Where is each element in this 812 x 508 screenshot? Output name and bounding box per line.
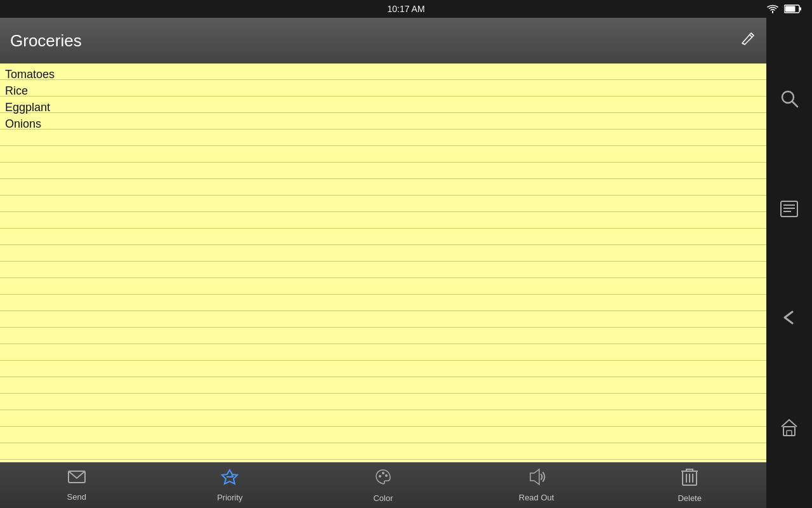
wifi-icon xyxy=(766,4,779,13)
battery-icon xyxy=(784,4,802,13)
send-icon xyxy=(67,469,86,490)
notepad[interactable]: // Generate lines const linesContainer =… xyxy=(0,64,766,462)
delete-button[interactable]: Delete xyxy=(664,467,715,503)
color-label: Color xyxy=(373,493,393,503)
svg-rect-23 xyxy=(783,427,795,436)
notepad-content: TomatoesRiceEggplantOnions xyxy=(0,64,766,132)
status-bar: 10:17 AM xyxy=(0,0,812,18)
send-label: Send xyxy=(67,492,86,502)
svg-point-9 xyxy=(382,472,384,474)
note-header: Groceries xyxy=(0,18,766,64)
search-button[interactable] xyxy=(780,89,799,108)
color-icon xyxy=(374,467,393,491)
status-time: 10:17 AM xyxy=(387,4,424,14)
edit-icon[interactable] xyxy=(740,30,756,51)
priority-label: Priority xyxy=(217,493,242,502)
delete-label: Delete xyxy=(678,493,702,503)
send-button[interactable]: Send xyxy=(51,469,102,502)
list-item: Tomatoes xyxy=(5,66,761,83)
note-title: Groceries xyxy=(10,31,82,51)
svg-rect-1 xyxy=(799,8,801,11)
right-sidebar xyxy=(766,18,812,508)
delete-icon xyxy=(681,467,698,491)
svg-line-3 xyxy=(749,34,752,37)
priority-button[interactable]: Priority xyxy=(204,468,255,502)
status-icons xyxy=(766,4,802,13)
svg-rect-24 xyxy=(787,431,792,436)
bottom-toolbar: Send Priority xyxy=(0,462,766,508)
svg-point-8 xyxy=(379,475,381,478)
notes-button[interactable] xyxy=(780,200,799,218)
read-out-icon xyxy=(527,468,547,490)
color-button[interactable]: Color xyxy=(358,467,409,503)
read-out-button[interactable]: Read Out xyxy=(511,468,562,502)
main-container: Groceries // Generate lines const linesC… xyxy=(0,18,812,508)
svg-marker-11 xyxy=(530,469,539,485)
list-item: Eggplant xyxy=(5,99,761,116)
svg-line-18 xyxy=(792,102,797,107)
note-area: Groceries // Generate lines const linesC… xyxy=(0,18,766,508)
priority-icon xyxy=(221,468,239,490)
svg-point-10 xyxy=(385,474,388,477)
svg-rect-2 xyxy=(785,6,796,12)
list-item: Rice xyxy=(5,83,761,99)
list-item: Onions xyxy=(5,116,761,132)
read-out-label: Read Out xyxy=(519,493,554,502)
home-button[interactable] xyxy=(780,418,799,437)
back-button[interactable] xyxy=(780,309,799,326)
